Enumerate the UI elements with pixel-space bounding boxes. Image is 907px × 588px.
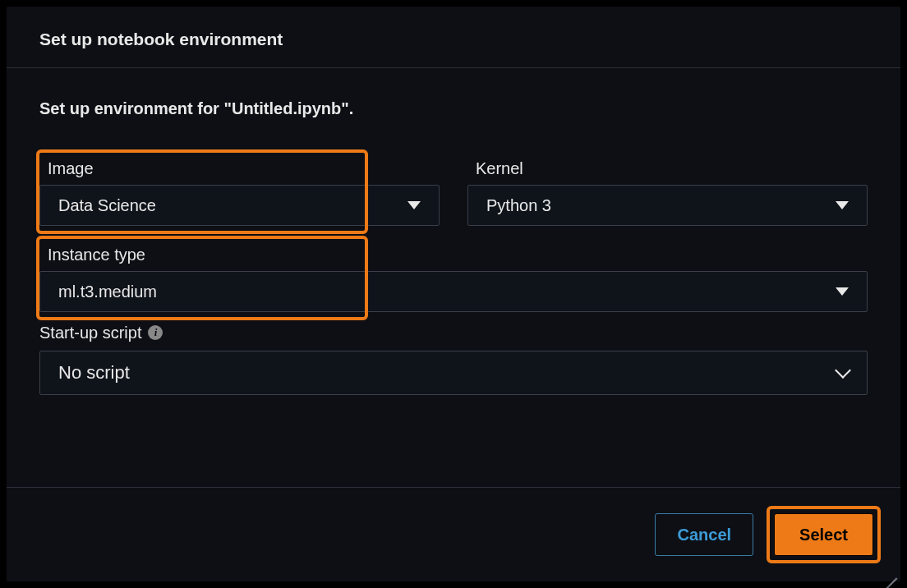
dialog-content: Set up environment for "Untitled.ipynb".… <box>7 68 900 425</box>
setup-notebook-dialog: Set up notebook environment Set up envir… <box>5 5 902 583</box>
select-button[interactable]: Select <box>774 513 873 556</box>
dialog-header: Set up notebook environment <box>7 7 900 68</box>
instance-type-select[interactable]: ml.t3.medium <box>39 271 868 312</box>
image-field: Image Data Science <box>39 153 440 226</box>
instance-type-select-value: ml.t3.medium <box>58 283 157 301</box>
highlight-select-button: Select <box>767 506 881 563</box>
startup-script-select[interactable]: No script <box>39 351 868 395</box>
dialog-title: Set up notebook environment <box>39 30 868 49</box>
dialog-footer: Cancel Select <box>7 487 900 581</box>
kernel-select-value: Python 3 <box>486 196 551 215</box>
instance-type-label: Instance type <box>48 246 145 264</box>
row-image-kernel: Image Data Science Kernel Python 3 <box>39 153 868 226</box>
image-select-value: Data Science <box>58 196 156 215</box>
row-startup-script: Start-up script i No script <box>39 324 868 395</box>
cancel-button[interactable]: Cancel <box>655 513 753 556</box>
startup-script-field: Start-up script i No script <box>39 324 868 395</box>
image-label: Image <box>48 159 94 177</box>
kernel-field: Kernel Python 3 <box>467 153 868 226</box>
row-instance: Instance type ml.t3.medium <box>39 239 868 312</box>
startup-script-label: Start-up script <box>39 324 141 342</box>
startup-script-select-value: No script <box>58 362 130 384</box>
kernel-label: Kernel <box>476 159 523 177</box>
dropdown-triangle-icon <box>836 287 849 296</box>
chevron-down-icon <box>835 362 851 379</box>
dialog-subtitle: Set up environment for "Untitled.ipynb". <box>39 99 868 118</box>
info-icon[interactable]: i <box>148 325 163 340</box>
image-select[interactable]: Data Science <box>39 185 440 226</box>
instance-type-field: Instance type ml.t3.medium <box>39 239 868 312</box>
dropdown-triangle-icon <box>407 201 421 209</box>
kernel-select[interactable]: Python 3 <box>467 185 868 226</box>
dropdown-triangle-icon <box>836 201 849 209</box>
